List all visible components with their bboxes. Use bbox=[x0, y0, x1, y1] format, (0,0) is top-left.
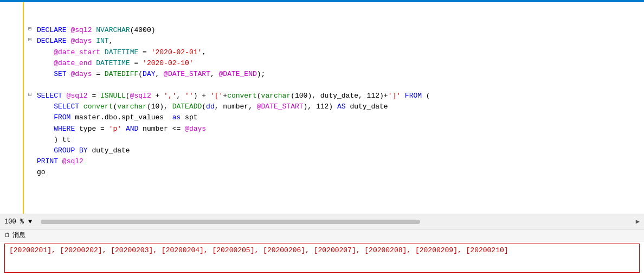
code-text: @date_start DATETIME = '2020-02-01', bbox=[37, 47, 640, 58]
code-line: ) tt bbox=[28, 135, 640, 145]
code-line: @date_start DATETIME = '2020-02-01', bbox=[28, 47, 640, 58]
code-text: GROUP BY duty_date bbox=[37, 145, 640, 156]
zoom-dropdown-icon[interactable]: ▼ bbox=[28, 218, 32, 226]
code-line: PRINT @sql2 bbox=[28, 156, 640, 167]
code-text: @date_end DATETIME = '2020-02-10' bbox=[37, 58, 640, 69]
code-text: DECLARE @sql2 NVARCHAR(4000) bbox=[37, 25, 640, 36]
msg-tab-icon: 🗒 bbox=[4, 232, 10, 239]
code-text: SELECT @sql2 = ISNULL(@sql2 + ',', '') +… bbox=[37, 91, 640, 101]
scroll-right-arrow[interactable]: ▶ bbox=[636, 218, 640, 226]
code-line: @date_end DATETIME = '2020-02-10' bbox=[28, 58, 640, 69]
code-line bbox=[28, 80, 640, 91]
code-text: FROM master.dbo.spt_values as spt bbox=[37, 112, 640, 123]
code-line: WHERE type = 'p' AND number <= @days bbox=[28, 124, 640, 135]
code-text: go bbox=[37, 167, 640, 178]
code-line: GROUP BY duty_date bbox=[28, 145, 640, 156]
collapse-icon[interactable]: ⊟ bbox=[28, 91, 36, 99]
code-text: PRINT @sql2 bbox=[37, 156, 640, 167]
zoom-label: 100 % bbox=[4, 218, 24, 226]
code-text: ) tt bbox=[37, 135, 640, 145]
msg-tab-label: 消息 bbox=[12, 231, 25, 240]
msg-results: [20200201], [20200202], [20200203], [202… bbox=[9, 246, 508, 254]
code-line: FROM master.dbo.spt_values as spt bbox=[28, 112, 640, 123]
code-text: WHERE type = 'p' AND number <= @days bbox=[37, 124, 640, 135]
message-panel: 🗒 消息 [20200201], [20200202], [20200203],… bbox=[0, 229, 644, 275]
message-tab[interactable]: 🗒 消息 bbox=[0, 229, 644, 241]
code-text: SET @days = DATEDIFF(DAY, @DATE_START, @… bbox=[37, 69, 640, 80]
status-bar: 100 % ▼ ▶ bbox=[0, 214, 644, 229]
scrollbar-area[interactable] bbox=[36, 218, 632, 226]
collapse-icon[interactable]: ⊟ bbox=[28, 36, 36, 44]
code-text: DECLARE @days INT, bbox=[37, 36, 640, 47]
code-line: SELECT convert(varchar(10), DATEADD(dd, … bbox=[28, 101, 640, 112]
code-lines[interactable]: ⊟DECLARE @sql2 NVARCHAR(4000)⊟DECLARE @d… bbox=[24, 2, 644, 214]
code-line: ⊟DECLARE @sql2 NVARCHAR(4000) bbox=[28, 25, 640, 36]
gutter bbox=[0, 2, 24, 214]
code-line: SET @days = DATEDIFF(DAY, @DATE_START, @… bbox=[28, 69, 640, 80]
code-line: ⊟SELECT @sql2 = ISNULL(@sql2 + ',', '') … bbox=[28, 91, 640, 101]
code-line: ⊟DECLARE @days INT, bbox=[28, 36, 640, 47]
code-text: SELECT convert(varchar(10), DATEADD(dd, … bbox=[37, 101, 640, 112]
editor-area: ⊟DECLARE @sql2 NVARCHAR(4000)⊟DECLARE @d… bbox=[0, 2, 644, 214]
collapse-icon[interactable]: ⊟ bbox=[28, 25, 36, 34]
message-content: [20200201], [20200202], [20200203], [202… bbox=[4, 244, 640, 273]
scrollbar-thumb bbox=[41, 220, 420, 224]
code-line: go bbox=[28, 167, 640, 178]
